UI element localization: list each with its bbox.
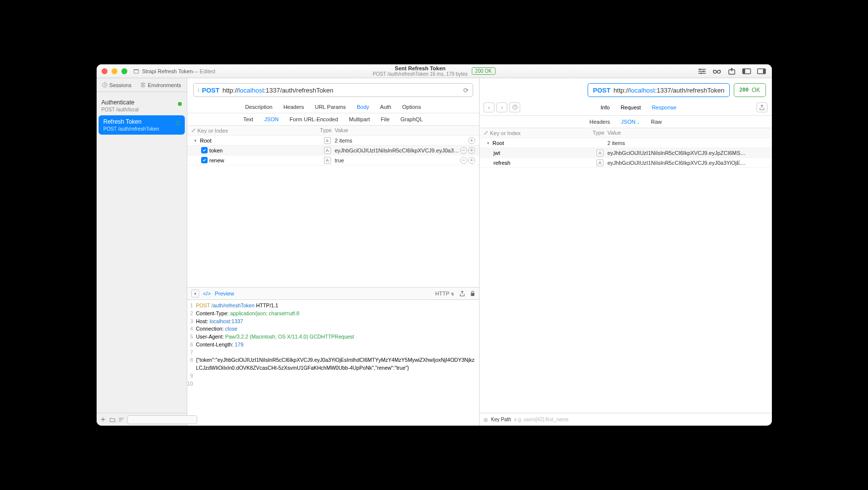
sidebar-item-authenticate[interactable]: Authenticate POST /auth/local <box>97 96 187 115</box>
chevron-down-icon[interactable]: ▾ <box>193 138 198 143</box>
subtab-graphql[interactable]: GraphQL <box>400 116 423 122</box>
tab-url-params[interactable]: URL Params <box>315 104 346 110</box>
subtab-headers[interactable]: Headers <box>590 119 610 125</box>
folder-icon[interactable] <box>109 416 115 423</box>
preview-dropdown[interactable]: ▾ <box>191 290 199 297</box>
checkbox-icon[interactable] <box>201 157 208 163</box>
url-row: ⁞ POST http://localhost:1337/auth/refres… <box>187 78 480 102</box>
sidebar-items: Authenticate POST /auth/local Refresh To… <box>97 92 187 413</box>
sidebar-search-input[interactable] <box>127 415 197 424</box>
response-nav-row: ‹ › Info Request Response <box>480 102 772 116</box>
subtab-json[interactable]: JSON⌄ <box>621 119 640 125</box>
document-icon <box>133 69 139 74</box>
keypath-input[interactable] <box>514 417 768 422</box>
layers-icon <box>140 82 146 88</box>
subtab-json[interactable]: JSON <box>264 116 278 122</box>
subtab-raw[interactable]: Raw <box>651 119 662 125</box>
titlebar: Strapi Refresh Token — Edited Sent Refre… <box>97 64 772 78</box>
add-icon[interactable]: + <box>468 157 475 164</box>
request-summary: POST /auth/refreshToken 16 ms, 179 bytes <box>373 71 468 77</box>
title-center: Sent Refresh Token POST /auth/refreshTok… <box>373 65 495 77</box>
add-icon[interactable]: + <box>468 147 475 154</box>
table-row[interactable]: ▾Root2 items <box>480 138 772 148</box>
back-button[interactable]: ‹ <box>484 102 494 112</box>
type-icon[interactable]: A <box>324 147 331 154</box>
col-key: Key or Index <box>490 130 521 136</box>
table-row[interactable]: refreshAeyJhbGciOiJIUzI1NiIsInR5cCI6IkpX… <box>480 158 772 168</box>
remove-icon[interactable]: − <box>460 157 467 164</box>
type-icon[interactable]: ≡ <box>324 137 331 144</box>
url-input[interactable]: ⁞ POST http://localhost:1337/auth/refres… <box>193 83 474 97</box>
subtab-multipart[interactable]: Multipart <box>349 116 370 122</box>
tab-headers[interactable]: Headers <box>283 104 304 110</box>
minimize-window-button[interactable] <box>111 68 117 74</box>
subtab-text[interactable]: Text <box>243 116 253 122</box>
protocol-label[interactable]: HTTP ⇅ <box>435 291 454 296</box>
glasses-icon[interactable] <box>712 67 721 75</box>
sidebar-left-toggle-icon[interactable] <box>742 67 751 75</box>
svg-point-3 <box>703 70 704 72</box>
tree-key: Root <box>492 140 504 146</box>
sidebar-item-refresh-token[interactable]: Refresh Token POST /auth/refreshToken <box>99 115 185 135</box>
table-row[interactable]: tokenAeyJhbGciOiJIUzI1NiIsInR5cCI6IkpXVC… <box>187 146 480 155</box>
add-icon[interactable]: + <box>468 137 475 144</box>
lock-icon[interactable] <box>470 291 475 296</box>
table-row[interactable]: renewAtrue−+ <box>187 155 480 165</box>
collapse-all-icon[interactable]: ⤢ <box>484 130 488 136</box>
tree-key: jwt <box>493 150 500 156</box>
table-row[interactable]: ▾Root≡2 items+ <box>187 136 480 146</box>
response-json-tree: ⤢Key or Index Type Value ▾Root2 itemsjwt… <box>480 128 772 413</box>
reload-icon[interactable]: ⟳ <box>463 87 469 94</box>
zoom-window-button[interactable] <box>121 68 127 74</box>
export-button[interactable] <box>757 102 767 112</box>
tab-response[interactable]: Response <box>652 104 677 110</box>
col-value: Value <box>607 130 768 136</box>
keypath-label: Key Path <box>491 417 511 422</box>
type-icon[interactable]: A <box>324 157 331 164</box>
collapse-all-icon[interactable]: ⤢ <box>191 127 196 134</box>
sidebar-right-toggle-icon[interactable] <box>757 67 766 75</box>
close-window-button[interactable] <box>102 68 108 74</box>
subtab-form[interactable]: Form URL-Encoded <box>290 116 338 122</box>
tab-request[interactable]: Request <box>621 104 641 110</box>
add-icon[interactable]: ＋ <box>100 416 107 423</box>
tab-sessions[interactable]: Sessions <box>102 82 132 88</box>
tab-options[interactable]: Options <box>402 104 421 110</box>
chevron-down-icon[interactable]: ▾ <box>486 141 490 146</box>
table-row[interactable]: jwtAeyJhbGciOiJIUzI1NiIsInR5cCI6IkpXVCJ9… <box>480 148 772 158</box>
method-label: POST <box>202 87 219 94</box>
tree-header: ⤢Key or Index Type Value <box>187 126 480 136</box>
method-dropdown-icon[interactable]: ⁞ <box>198 88 199 93</box>
sort-icon[interactable] <box>118 416 124 423</box>
preview-label[interactable]: Preview <box>215 291 234 296</box>
export-icon[interactable] <box>727 67 736 75</box>
target-icon[interactable]: ◎ <box>484 417 488 422</box>
status-badge: 200 OK <box>472 67 495 75</box>
document-title: Strapi Refresh Token <box>142 68 193 74</box>
settings-icon[interactable] <box>698 67 706 75</box>
share-icon[interactable] <box>459 291 465 296</box>
checkbox-icon[interactable] <box>201 147 208 153</box>
tree-key: refresh <box>493 160 510 166</box>
sidebar-item-path: POST /auth/local <box>102 107 182 112</box>
http-preview: 1POST /auth/refreshToken HTTP/1.12Conten… <box>187 300 480 426</box>
svg-rect-0 <box>134 70 139 73</box>
remove-icon[interactable]: − <box>460 147 467 154</box>
tab-auth[interactable]: Auth <box>380 104 391 110</box>
tab-info[interactable]: Info <box>600 104 609 110</box>
body-type-tabs: Text JSON Form URL-Encoded Multipart Fil… <box>187 113 480 126</box>
svg-point-2 <box>699 68 701 70</box>
sessions-label: Sessions <box>109 82 132 88</box>
tab-body[interactable]: Body <box>357 104 369 110</box>
svg-rect-11 <box>763 69 765 74</box>
history-button[interactable] <box>509 102 520 112</box>
sidebar-tabs: Sessions Environments <box>97 78 187 92</box>
subtab-file[interactable]: File <box>381 116 390 122</box>
tab-description[interactable]: Description <box>245 104 272 110</box>
tab-environments[interactable]: Environments <box>140 82 181 88</box>
chevron-down-icon: ⌄ <box>637 120 640 125</box>
tree-value: eyJhbGciOiJIUzI1NiIsInR5cCI6IkpXVCJ9.eyJ… <box>335 147 461 153</box>
forward-button[interactable]: › <box>496 102 507 112</box>
status-dot-icon <box>178 102 182 106</box>
sidebar-item-label: Authenticate <box>102 99 182 106</box>
